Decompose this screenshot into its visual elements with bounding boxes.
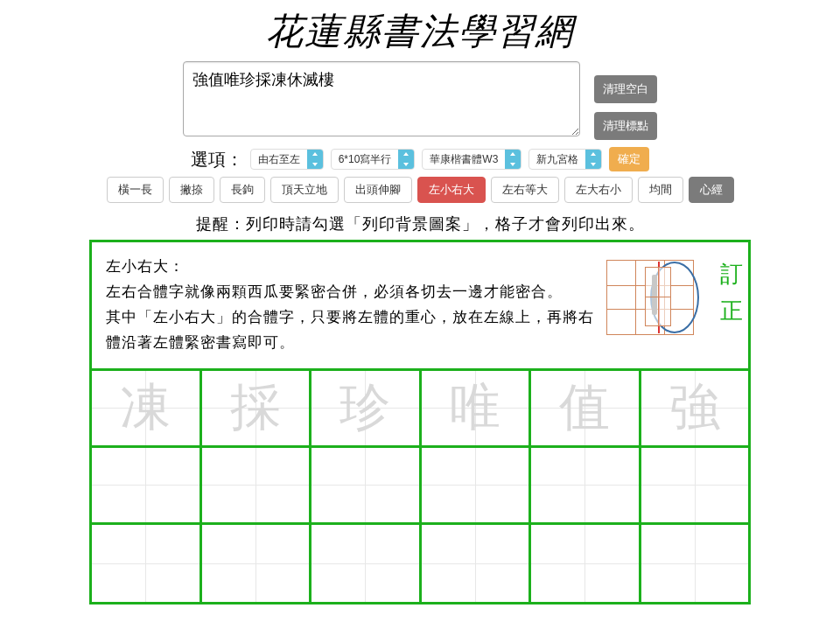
instruction-text: 左小右大： 左右合體字就像兩顆西瓜要緊密合併，必須各切去一邊才能密合。 其中「左… (92, 242, 606, 368)
instruction-heading: 左小右大： (106, 258, 185, 275)
updown-icon (505, 149, 521, 170)
practice-cell: 珍 (312, 371, 422, 445)
practice-cell (641, 448, 749, 522)
options-label: 選項： (191, 148, 243, 171)
grid-style-select-value: 新九宮格 (529, 152, 585, 167)
instruction-line: 其中「左小右大」的合體字，只要將左體的重心，放在左線上，再將右體沿著左體緊密書寫… (106, 309, 594, 351)
layout-select-value: 6*10寫半行 (332, 152, 399, 167)
correction-label: 訂正 (715, 242, 748, 329)
updown-icon (398, 149, 414, 170)
style-btn-chutou[interactable]: 出頭伸腳 (344, 177, 412, 203)
practice-char: 珍 (340, 374, 390, 442)
font-select[interactable]: 華康楷書體W3 (422, 149, 522, 170)
practice-cell (531, 525, 641, 602)
structure-diagram (606, 251, 711, 344)
confirm-button[interactable]: 確定 (609, 147, 649, 171)
layout-select[interactable]: 6*10寫半行 (331, 149, 416, 170)
style-btn-zydd[interactable]: 左右等大 (491, 177, 559, 203)
style-btn-junjian[interactable]: 均間 (638, 177, 683, 203)
style-btn-zdyx[interactable]: 左大右小 (564, 177, 633, 203)
practice-cell: 採 (202, 371, 312, 445)
practice-cell (92, 525, 202, 602)
page-title: 花蓮縣書法學習網 (0, 0, 840, 58)
practice-cell (92, 448, 202, 522)
practice-cell (641, 525, 749, 602)
practice-cell (312, 525, 422, 602)
style-btn-xinjing[interactable]: 心經 (689, 177, 734, 203)
instruction-line: 左右合體字就像兩顆西瓜要緊密合併，必須各切去一邊才能密合。 (106, 283, 563, 300)
practice-char: 採 (230, 374, 281, 442)
clear-punct-button[interactable]: 清理標點 (594, 112, 657, 140)
text-input[interactable]: 強值唯珍採凍休滅樓 (183, 61, 580, 136)
style-btn-changgou[interactable]: 長鉤 (220, 177, 265, 203)
practice-cell: 強 (641, 371, 749, 445)
print-reminder: 提醒：列印時請勾選「列印背景圖案」，格子才會列印出來。 (0, 212, 840, 240)
style-btn-heng[interactable]: 橫一長 (107, 177, 164, 203)
practice-char: 值 (559, 374, 610, 442)
grid-style-select[interactable]: 新九宮格 (528, 149, 602, 170)
updown-icon (307, 149, 323, 170)
style-btn-zxyd[interactable]: 左小右大 (417, 177, 486, 203)
practice-cell: 值 (531, 371, 641, 445)
style-btn-piena[interactable]: 撇捺 (169, 177, 214, 203)
practice-cell (531, 448, 641, 522)
practice-cell (312, 448, 422, 522)
practice-cell: 唯 (422, 371, 532, 445)
style-btn-dingtian[interactable]: 頂天立地 (270, 177, 339, 203)
practice-char: 唯 (450, 374, 500, 442)
practice-cell (202, 525, 312, 602)
updown-icon (585, 149, 601, 170)
direction-select[interactable]: 由右至左 (250, 149, 324, 170)
practice-cell (422, 448, 532, 522)
clear-blank-button[interactable]: 清理空白 (594, 75, 657, 103)
practice-cell (422, 525, 532, 602)
direction-select-value: 由右至左 (251, 152, 307, 167)
practice-char: 凍 (120, 374, 171, 442)
font-select-value: 華康楷書體W3 (423, 152, 505, 167)
practice-cell (202, 448, 312, 522)
practice-char: 強 (669, 374, 720, 442)
practice-cell: 凍 (92, 371, 202, 445)
practice-sheet: 左小右大： 左右合體字就像兩顆西瓜要緊密合併，必須各切去一邊才能密合。 其中「左… (89, 240, 751, 605)
